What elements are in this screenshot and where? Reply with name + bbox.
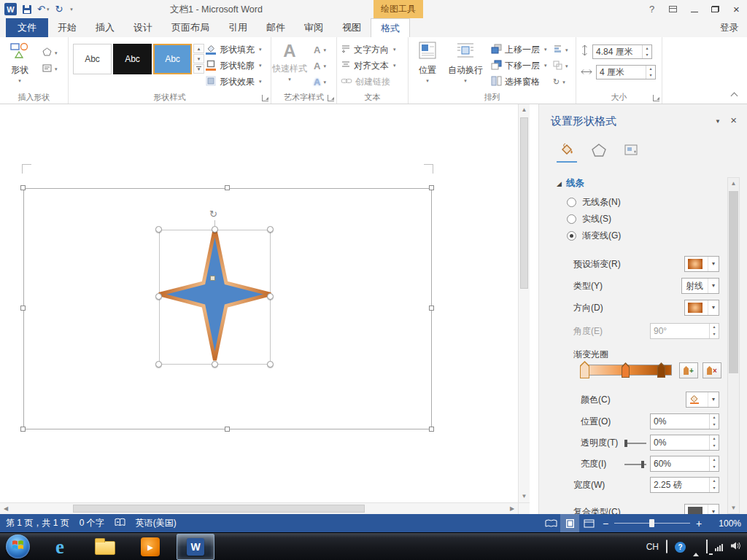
spin-down-icon[interactable]: ▾: [643, 52, 651, 58]
rotation-handle-icon[interactable]: ↻: [209, 209, 217, 219]
wrap-text-button[interactable]: 自动换行 ▾: [445, 39, 486, 91]
canvas-handle[interactable]: [20, 185, 26, 190]
word-logo-icon[interactable]: W: [4, 3, 17, 15]
scroll-down-arrow[interactable]: ▼: [519, 491, 530, 502]
web-layout-button[interactable]: [579, 514, 598, 532]
redo-button[interactable]: ↻: [55, 4, 63, 15]
quick-styles-button[interactable]: A 快速样式 ▾: [272, 39, 307, 91]
selection-handle[interactable]: [212, 226, 218, 233]
transparency-slider[interactable]: [624, 443, 646, 444]
scroll-left-arrow[interactable]: ◀: [0, 503, 12, 514]
gradient-stops-bar[interactable]: [581, 365, 672, 376]
document-canvas[interactable]: ↻: [0, 104, 518, 502]
rotate-objects-button[interactable]: ↻▾: [551, 75, 570, 89]
canvas-handle[interactable]: [225, 185, 230, 190]
text-fill-button[interactable]: A▾: [312, 43, 328, 57]
four-point-star-shape[interactable]: [155, 226, 274, 365]
zoom-in-button[interactable]: +: [692, 518, 706, 529]
no-line-radio[interactable]: 无线条(N): [567, 196, 621, 208]
effects-tab[interactable]: [589, 139, 609, 163]
shape-adjust-handle[interactable]: [210, 276, 215, 281]
zoom-slider[interactable]: [614, 514, 690, 532]
qat-customize-button[interactable]: ▾: [69, 7, 73, 12]
taskbar-explorer-button[interactable]: [86, 534, 124, 560]
gradient-stop-3[interactable]: [657, 362, 665, 378]
selection-handle[interactable]: [267, 226, 274, 233]
spin-down-icon[interactable]: ▾: [710, 421, 719, 429]
spin-down-icon[interactable]: ▾: [710, 485, 719, 492]
tray-help-icon[interactable]: ?: [675, 542, 686, 553]
horizontal-scroll-thumb[interactable]: [73, 505, 365, 513]
slider-thumb[interactable]: [641, 461, 644, 468]
network-icon[interactable]: [715, 543, 723, 551]
pane-scrollbar[interactable]: ▲ ▼: [727, 177, 740, 514]
language-indicator[interactable]: 英语(美国): [136, 517, 177, 529]
close-button[interactable]: ×: [726, 0, 747, 18]
shapes-button[interactable]: 形状 ▾: [2, 39, 37, 91]
scroll-up-arrow[interactable]: ▲: [519, 104, 530, 116]
pane-scroll-down-arrow[interactable]: ▼: [728, 502, 739, 513]
transparency-input[interactable]: 0%▴▾: [650, 435, 719, 451]
pane-scroll-up-arrow[interactable]: ▲: [728, 178, 739, 189]
display-icon[interactable]: [706, 540, 708, 553]
tab-insert[interactable]: 插入: [86, 18, 124, 37]
volume-icon[interactable]: [730, 540, 741, 553]
selection-handle[interactable]: [212, 361, 218, 368]
show-hidden-icons-button[interactable]: [693, 540, 699, 553]
stop-color-dropdown[interactable]: ▾: [686, 392, 719, 408]
gradient-type-dropdown[interactable]: 射线▾: [681, 278, 719, 294]
spin-up-icon[interactable]: ▴: [710, 478, 719, 485]
shape-height-input[interactable]: 4.84 厘米▴▾: [592, 44, 652, 59]
save-button[interactable]: [23, 5, 31, 14]
brightness-slider[interactable]: [624, 464, 646, 465]
proofing-status-icon[interactable]: [115, 518, 125, 529]
position-spinner[interactable]: ▴▾: [709, 414, 719, 429]
contextual-tab-group-drawing-tools[interactable]: 绘图工具: [374, 0, 423, 18]
tab-home[interactable]: 开始: [48, 18, 86, 37]
keyboard-icon[interactable]: [666, 540, 667, 553]
canvas-handle[interactable]: [20, 427, 26, 432]
align-objects-button[interactable]: ▾: [551, 43, 570, 57]
shape-style-preview-2[interactable]: Abc: [113, 44, 152, 74]
align-text-button[interactable]: 对齐文本▾: [338, 58, 398, 74]
width-spinner[interactable]: ▴▾: [646, 66, 655, 79]
pane-scroll-thumb[interactable]: [729, 191, 738, 373]
vertical-scrollbar[interactable]: ▲ ▼: [518, 104, 530, 502]
brightness-input[interactable]: 60%▴▾: [650, 456, 719, 472]
text-direction-button[interactable]: 文字方向▾: [338, 42, 398, 58]
canvas-handle[interactable]: [429, 427, 434, 432]
collapse-ribbon-button[interactable]: [728, 90, 741, 100]
spin-down-icon[interactable]: ▾: [710, 464, 719, 471]
gradient-stop-1-selected[interactable]: [580, 361, 589, 378]
page-indicator[interactable]: 第 1 页，共 1 页: [6, 517, 69, 529]
read-mode-button[interactable]: [541, 514, 560, 532]
tab-page-layout[interactable]: 页面布局: [162, 18, 219, 37]
remove-gradient-stop-button[interactable]: ×: [703, 362, 721, 378]
selection-pane-button[interactable]: 选择窗格: [489, 74, 549, 90]
tab-file[interactable]: 文件: [6, 18, 48, 37]
shape-width-input[interactable]: 4 厘米▴▾: [596, 65, 656, 79]
spin-up-icon[interactable]: ▴: [646, 66, 655, 72]
pane-options-button[interactable]: ▼: [715, 118, 721, 125]
shape-style-preview-3-selected[interactable]: Abc: [153, 44, 192, 74]
ime-indicator[interactable]: CH: [646, 542, 659, 552]
spin-up-icon[interactable]: ▴: [710, 456, 719, 464]
tab-view[interactable]: 视图: [333, 18, 371, 37]
shape-effects-button[interactable]: 形状效果▾: [203, 74, 264, 90]
horizontal-scrollbar[interactable]: ◀ ▶: [0, 502, 518, 514]
zoom-slider-thumb[interactable]: [649, 519, 654, 527]
selection-handle[interactable]: [155, 226, 162, 233]
taskbar-word-button-active[interactable]: W: [177, 534, 214, 560]
position-button[interactable]: 位置 ▾: [411, 39, 444, 91]
add-gradient-stop-button[interactable]: +: [679, 362, 698, 378]
group-objects-button[interactable]: ▾: [551, 59, 570, 73]
taskbar-ie-button[interactable]: e: [41, 534, 79, 560]
solid-line-radio[interactable]: 实线(S): [567, 213, 611, 225]
spin-up-icon[interactable]: ▴: [710, 414, 719, 421]
tab-references[interactable]: 引用: [219, 18, 257, 37]
print-layout-button[interactable]: [560, 514, 579, 532]
word-count[interactable]: 0 个字: [80, 517, 104, 529]
send-backward-button[interactable]: 下移一层▾: [489, 58, 549, 74]
zoom-out-button[interactable]: −: [598, 518, 613, 529]
shape-style-preview-1[interactable]: Abc: [73, 44, 112, 74]
